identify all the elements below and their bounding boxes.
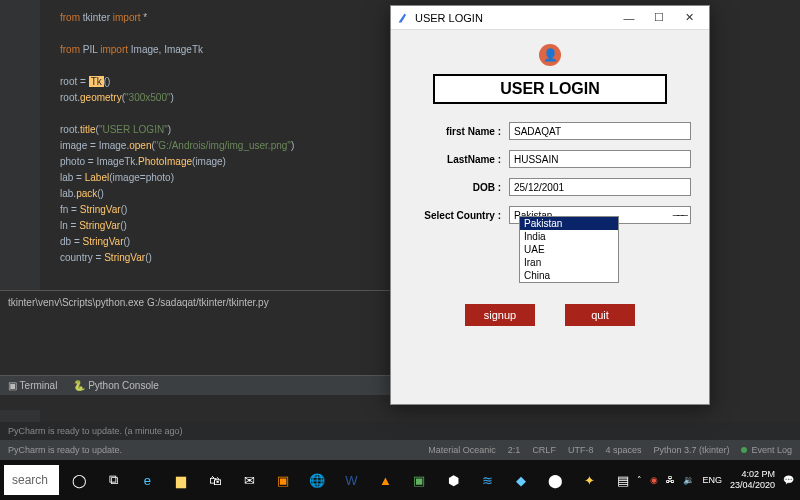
status-ready[interactable]: PyCharm is ready to update. (8, 445, 122, 455)
dropdown-option[interactable]: India (520, 230, 618, 243)
dropdown-option[interactable]: Iran (520, 256, 618, 269)
dropdown-option[interactable]: Pakistan (520, 217, 618, 230)
tk-feather-icon (397, 12, 409, 24)
search-placeholder: search (12, 473, 48, 487)
tab-python-console[interactable]: 🐍 Python Console (73, 380, 158, 391)
clock-date: 23/04/2020 (730, 480, 775, 491)
vlc-icon[interactable]: ▲ (371, 465, 399, 495)
tk-titlebar[interactable]: USER LOGIN — ☐ ✕ (391, 6, 709, 30)
tray-lang[interactable]: ENG (702, 475, 722, 485)
app-icon[interactable]: ▣ (269, 465, 297, 495)
firstname-input[interactable] (509, 122, 691, 140)
login-heading: USER LOGIN (433, 74, 667, 104)
country-label: Select Country : (409, 210, 509, 221)
minimize-button[interactable]: — (615, 8, 643, 28)
store-icon[interactable]: 🛍 (201, 465, 229, 495)
system-tray: ˄ ◉ 🖧 🔉 ENG 4:02 PM 23/04/2020 💬 (637, 469, 800, 491)
ide-status-bar: PyCharm is ready to update. Material Oce… (0, 440, 800, 460)
lastname-label: LastName : (409, 154, 509, 165)
chrome-icon[interactable]: 🌐 (303, 465, 331, 495)
update-text: PyCharm is ready to update. (8, 426, 122, 436)
update-age: (a minute ago) (125, 426, 183, 436)
app6-icon[interactable]: ✦ (575, 465, 603, 495)
tk-window: USER LOGIN — ☐ ✕ 👤 USER LOGIN first Name… (390, 5, 710, 405)
update-notification[interactable]: PyCharm is ready to update. (a minute ag… (0, 422, 800, 440)
tab-terminal[interactable]: ▣ Terminal (8, 380, 57, 391)
tray-chevron-icon[interactable]: ˄ (637, 475, 642, 485)
quit-button[interactable]: quit (565, 304, 635, 326)
app2-icon[interactable]: ▣ (405, 465, 433, 495)
status-eventlog[interactable]: Event Log (741, 445, 792, 455)
taskview-icon[interactable]: ⧉ (99, 465, 127, 495)
word-icon[interactable]: W (337, 465, 365, 495)
app3-icon[interactable]: ⬢ (439, 465, 467, 495)
action-center-icon[interactable]: 💬 (783, 475, 794, 485)
status-python[interactable]: Python 3.7 (tkinter) (653, 445, 729, 455)
dob-input[interactable] (509, 178, 691, 196)
app4-icon[interactable]: ◆ (507, 465, 535, 495)
cortana-icon[interactable]: ◯ (65, 465, 93, 495)
explorer-icon[interactable]: ▆ (167, 465, 195, 495)
vscode-icon[interactable]: ≋ (473, 465, 501, 495)
tk-title: USER LOGIN (415, 12, 483, 24)
taskbar-pinned: ◯ ⧉ e ▆ 🛍 ✉ ▣ 🌐 W ▲ ▣ ⬢ ≋ ◆ ⬤ ✦ ▤ (65, 465, 637, 495)
country-dropdown-list: Pakistan India UAE Iran China (519, 216, 619, 283)
status-pos[interactable]: 2:1 (508, 445, 521, 455)
taskbar-search[interactable]: search (4, 465, 59, 495)
app5-icon[interactable]: ⬤ (541, 465, 569, 495)
code-area[interactable]: from tkinter import * from PIL import Im… (60, 10, 400, 266)
tray-app-icon[interactable]: ◉ (650, 475, 658, 485)
firstname-label: first Name : (409, 126, 509, 137)
mail-icon[interactable]: ✉ (235, 465, 263, 495)
combo-arrow-icon: ─── (673, 210, 686, 220)
tray-vol-icon[interactable]: 🔉 (683, 475, 694, 485)
status-enc[interactable]: UTF-8 (568, 445, 594, 455)
app7-icon[interactable]: ▤ (609, 465, 637, 495)
user-avatar-icon: 👤 (539, 44, 561, 66)
dropdown-option[interactable]: China (520, 269, 618, 282)
tray-net-icon[interactable]: 🖧 (666, 475, 675, 485)
signup-button[interactable]: signup (465, 304, 535, 326)
status-spaces[interactable]: 4 spaces (605, 445, 641, 455)
dob-label: DOB : (409, 182, 509, 193)
terminal-line: tkinter\venv\Scripts\python.exe G:/sadaq… (8, 297, 269, 308)
clock-time: 4:02 PM (730, 469, 775, 480)
edge-icon[interactable]: e (133, 465, 161, 495)
dropdown-option[interactable]: UAE (520, 243, 618, 256)
close-button[interactable]: ✕ (675, 8, 703, 28)
status-material[interactable]: Material Oceanic (428, 445, 496, 455)
windows-taskbar: search ◯ ⧉ e ▆ 🛍 ✉ ▣ 🌐 W ▲ ▣ ⬢ ≋ ◆ ⬤ ✦ ▤… (0, 460, 800, 500)
taskbar-clock[interactable]: 4:02 PM 23/04/2020 (730, 469, 775, 491)
lastname-input[interactable] (509, 150, 691, 168)
maximize-button[interactable]: ☐ (645, 8, 673, 28)
status-crlf[interactable]: CRLF (532, 445, 556, 455)
